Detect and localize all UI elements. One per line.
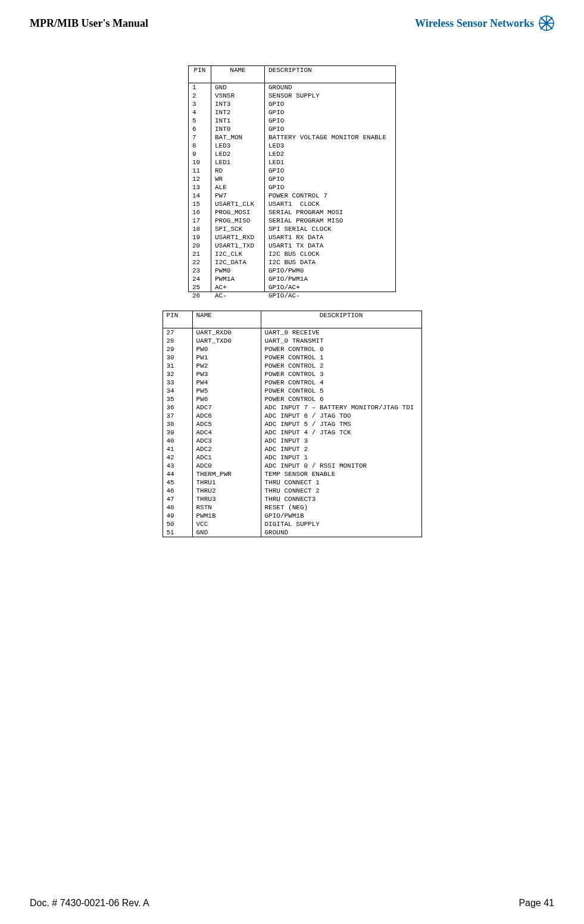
t2-h-pin: PIN <box>163 311 192 328</box>
cell-desc: POWER CONTROL 6 <box>261 395 421 403</box>
pin-table-1-overflow: 26 AC- GPIO/AC- <box>188 292 396 300</box>
cell-pin: 16 <box>189 208 211 217</box>
cell-name: PW7 <box>211 192 265 200</box>
cell-pin: 11 <box>189 167 211 175</box>
cell-desc: GPIO/PWM1A <box>265 275 396 283</box>
cell-name: PW5 <box>192 387 261 395</box>
cell-pin: 7 <box>189 133 211 142</box>
table-row: 37ADC6ADC INPUT 6 / JTAG TDO <box>163 412 421 420</box>
page-header: MPR/MIB User's Manual Wireless Sensor Ne… <box>30 15 554 31</box>
table-row: 8LED3LED3 <box>189 142 396 150</box>
cell-desc: ADC INPUT 5 / JTAG TMS <box>261 420 421 428</box>
cell-desc: GPIO/AC- <box>265 292 396 300</box>
cell-name: USART1_RXD <box>211 233 265 242</box>
cell-pin: 17 <box>189 217 211 225</box>
table-row: 46THRU2THRU CONNECT 2 <box>163 487 421 495</box>
cell-desc: POWER CONTROL 7 <box>265 192 396 200</box>
t1-h-desc: DESCRIPTION <box>265 66 396 83</box>
cell-name: LED2 <box>211 150 265 158</box>
table-row: 27UART_RXD0UART_0 RECEIVE <box>163 328 421 337</box>
cell-desc: SERIAL PROGRAM MISO <box>265 217 396 225</box>
cell-desc: ADC INPUT 3 <box>261 437 421 445</box>
table-row: 41ADC2ADC INPUT 2 <box>163 445 421 453</box>
tables-container: PIN NAME DESCRIPTION 1GNDGROUND2VSNSRSEN… <box>30 65 554 537</box>
cell-name: VSNSR <box>211 92 265 100</box>
cell-pin: 39 <box>163 428 192 437</box>
cell-name: RSTN <box>192 503 261 512</box>
cell-pin: 26 <box>189 292 211 300</box>
cell-pin: 45 <box>163 478 192 487</box>
cell-desc: LED3 <box>265 142 396 150</box>
cell-pin: 3 <box>189 100 211 108</box>
cell-name: ADC5 <box>192 420 261 428</box>
cell-pin: 38 <box>163 420 192 428</box>
cell-desc: GROUND <box>261 528 421 537</box>
table-row: 13ALEGPIO <box>189 183 396 192</box>
cell-name: PROG_MOSI <box>211 208 265 217</box>
cell-name: ADC3 <box>192 437 261 445</box>
footer-right: Page 41 <box>519 898 554 909</box>
table-row: 7BAT_MONBATTERY VOLTAGE MONITOR ENABLE <box>189 133 396 142</box>
cell-name: I2C_DATA <box>211 258 265 267</box>
cell-pin: 43 <box>163 462 192 470</box>
cell-desc: ADC INPUT 6 / JTAG TDO <box>261 412 421 420</box>
cell-name: ADC2 <box>192 445 261 453</box>
table-row: 16PROG_MOSISERIAL PROGRAM MOSI <box>189 208 396 217</box>
table-row: 51GNDGROUND <box>163 528 421 537</box>
cell-name: THRU1 <box>192 478 261 487</box>
cell-name: PROG_MISO <box>211 217 265 225</box>
cell-pin: 22 <box>189 258 211 267</box>
cell-pin: 33 <box>163 378 192 387</box>
table-row: 36ADC7ADC INPUT 7 – BATTERY MONITOR/JTAG… <box>163 403 421 412</box>
table-row: 24PWM1AGPIO/PWM1A <box>189 275 396 283</box>
cell-pin: 37 <box>163 412 192 420</box>
cell-pin: 6 <box>189 125 211 133</box>
table-row: 43ADC0ADC INPUT 0 / RSSI MONITOR <box>163 462 421 470</box>
cell-name: ADC0 <box>192 462 261 470</box>
cell-desc: POWER CONTROL 1 <box>261 353 421 362</box>
cell-desc: GPIO <box>265 108 396 117</box>
table-row: 47THRU3THRU CONNECT3 <box>163 495 421 503</box>
cell-pin: 30 <box>163 353 192 362</box>
cell-pin: 1 <box>189 83 211 92</box>
cell-desc: GPIO/PWM1B <box>261 512 421 520</box>
cell-desc: THRU CONNECT 2 <box>261 487 421 495</box>
cell-name: ADC6 <box>192 412 261 420</box>
cell-pin: 28 <box>163 337 192 345</box>
cell-desc: POWER CONTROL 4 <box>261 378 421 387</box>
table-row: 28UART_TXD0UART_0 TRANSMIT <box>163 337 421 345</box>
table-row: 29PW0POWER CONTROL 0 <box>163 345 421 353</box>
t2-h-name: NAME <box>192 311 261 328</box>
cell-pin: 35 <box>163 395 192 403</box>
table-row: 45THRU1THRU CONNECT 1 <box>163 478 421 487</box>
table-row: 33PW4POWER CONTROL 4 <box>163 378 421 387</box>
cell-name: ADC7 <box>192 403 261 412</box>
cell-name: UART_TXD0 <box>192 337 261 345</box>
cell-desc: SPI SERIAL CLOCK <box>265 225 396 233</box>
cell-desc: THRU CONNECT3 <box>261 495 421 503</box>
cell-name: PWM1A <box>211 275 265 283</box>
cell-desc: BATTERY VOLTAGE MONITOR ENABLE <box>265 133 396 142</box>
cell-pin: 12 <box>189 175 211 183</box>
cell-name: PW4 <box>192 378 261 387</box>
cell-desc: SERIAL PROGRAM MOSI <box>265 208 396 217</box>
cell-pin: 4 <box>189 108 211 117</box>
header-right-text: Wireless Sensor Networks <box>415 17 534 30</box>
cell-pin: 34 <box>163 387 192 395</box>
cell-desc: POWER CONTROL 5 <box>261 387 421 395</box>
footer-left: Doc. # 7430-0021-06 Rev. A <box>30 898 149 909</box>
cell-desc: SENSOR SUPPLY <box>265 92 396 100</box>
cell-desc: GPIO <box>265 175 396 183</box>
cell-name: VCC <box>192 520 261 528</box>
cell-pin: 25 <box>189 283 211 292</box>
table-row: 9LED2LED2 <box>189 150 396 158</box>
cell-desc: USART1 CLOCK <box>265 200 396 208</box>
cell-pin: 13 <box>189 183 211 192</box>
cell-pin: 47 <box>163 495 192 503</box>
cell-pin: 31 <box>163 362 192 370</box>
table-row: 50VCCDIGITAL SUPPLY <box>163 520 421 528</box>
table-row: 2VSNSRSENSOR SUPPLY <box>189 92 396 100</box>
table-row: 5INT1GPIO <box>189 117 396 125</box>
cell-name: ALE <box>211 183 265 192</box>
table-row: 49PWM1BGPIO/PWM1B <box>163 512 421 520</box>
